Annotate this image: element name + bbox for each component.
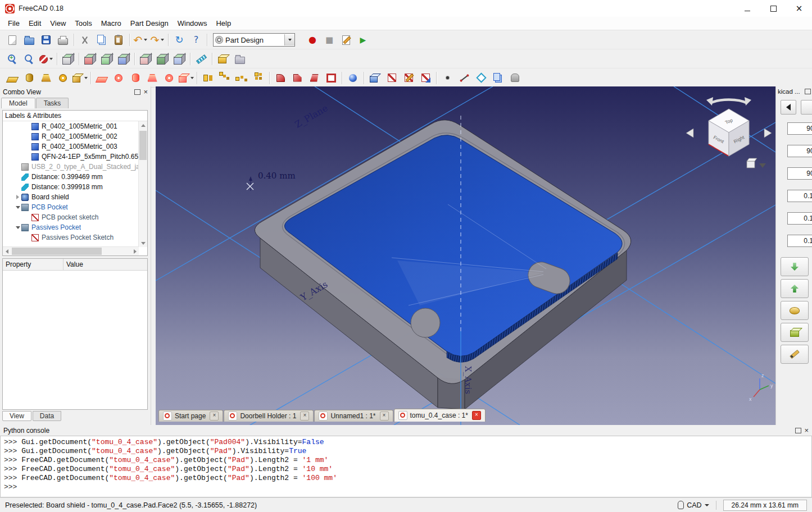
view-top-button[interactable] <box>99 52 115 66</box>
close-panel-icon[interactable]: × <box>143 88 148 95</box>
board-notch-cutout[interactable] <box>411 308 440 337</box>
tree-expander[interactable] <box>14 194 21 201</box>
scroll-down-arrow-icon[interactable] <box>139 239 147 247</box>
pad-button[interactable] <box>4 71 20 85</box>
create-sketch-button[interactable] <box>384 71 400 85</box>
python-console-body[interactable]: >>> Gui.getDocument("tomu_0_4_case").get… <box>0 436 812 497</box>
tree-expander[interactable] <box>14 224 21 231</box>
fit-all-button[interactable] <box>4 52 20 66</box>
new-document-button[interactable] <box>4 33 20 47</box>
document-tab[interactable]: Doorbell Holder : 1× <box>224 410 314 422</box>
tree-item[interactable]: Board shield <box>3 192 139 202</box>
redo-button[interactable]: ↷ <box>149 33 165 47</box>
minimize-button[interactable] <box>734 0 760 17</box>
scroll-up-arrow-icon[interactable] <box>139 121 147 130</box>
carbon-copy-button[interactable] <box>490 71 506 85</box>
print-button[interactable] <box>55 33 71 47</box>
float-panel-icon[interactable] <box>795 428 801 433</box>
scroll-left-arrow-icon[interactable] <box>3 247 11 255</box>
maximize-button[interactable] <box>760 0 786 17</box>
menu-windows[interactable]: Windows <box>173 17 212 30</box>
close-tab-button[interactable]: × <box>380 412 389 420</box>
viewport-area[interactable]: Z_Plane Y_Axis X_Axis 0.40 mm <box>156 86 775 425</box>
chamfer-button[interactable] <box>289 71 305 85</box>
external-geometry-button[interactable] <box>473 71 489 85</box>
view-rear-button[interactable] <box>138 52 153 66</box>
point-tool-button[interactable] <box>439 71 455 85</box>
update-board-button[interactable] <box>781 279 809 298</box>
undo-button[interactable]: ↶ <box>133 33 148 47</box>
menu-macro[interactable]: Macro <box>97 17 126 30</box>
macro-play-button[interactable]: ▶ <box>355 33 371 47</box>
tree-expander[interactable] <box>14 204 21 211</box>
draft-button[interactable] <box>306 71 322 85</box>
export-board-button[interactable] <box>781 323 809 342</box>
additive-loft-button[interactable] <box>38 71 54 85</box>
view-bottom-button[interactable] <box>155 52 170 66</box>
macro-record-button[interactable]: ● <box>305 33 320 47</box>
map-sketch-button[interactable] <box>418 71 433 85</box>
create-part-button[interactable] <box>215 52 231 66</box>
subtractive-loft-button[interactable] <box>144 71 160 85</box>
macro-edit-button[interactable] <box>338 33 354 47</box>
menu-help[interactable]: Help <box>211 17 235 30</box>
measure-distance-button[interactable] <box>193 52 209 66</box>
menu-file[interactable]: File <box>3 17 24 30</box>
groove-button[interactable] <box>128 71 143 85</box>
subtractive-pipe-button[interactable] <box>161 71 177 85</box>
tree-item[interactable]: PCB Pocket <box>3 202 139 212</box>
close-tab-button[interactable]: × <box>300 412 309 420</box>
tab-view[interactable]: View <box>2 411 31 421</box>
refresh-button[interactable]: ↻ <box>171 33 187 47</box>
material-button[interactable] <box>781 301 809 320</box>
close-tab-button[interactable]: × <box>210 412 219 420</box>
tree-item[interactable]: Distance: 0.399469 mm <box>3 172 139 182</box>
additive-primitive-button[interactable] <box>72 71 88 85</box>
save-button[interactable] <box>38 33 54 47</box>
cut-button[interactable] <box>77 33 93 47</box>
close-tab-button[interactable]: × <box>472 411 481 420</box>
multi-transform-button[interactable] <box>251 71 266 85</box>
tree-item[interactable]: R_0402_1005Metric_001 <box>3 121 139 131</box>
model-tree[interactable]: R_0402_1005Metric_001R_0402_1005Metric_0… <box>3 121 139 247</box>
combo-dropdown-arrow-icon[interactable] <box>284 34 294 45</box>
additive-pipe-button[interactable] <box>55 71 71 85</box>
draw-style-button[interactable] <box>38 52 54 66</box>
property-list[interactable] <box>3 271 147 409</box>
menu-part-design[interactable]: Part Design <box>126 17 173 30</box>
mirrored-button[interactable] <box>200 71 216 85</box>
whats-this-button[interactable]: ? <box>188 33 204 47</box>
edit-board-button[interactable] <box>781 345 809 364</box>
tab-tasks[interactable]: Tasks <box>36 98 69 108</box>
view-right-button[interactable] <box>116 52 131 66</box>
tab-data[interactable]: Data <box>33 411 61 421</box>
document-tab[interactable]: Start page× <box>158 410 223 422</box>
3d-viewport[interactable]: Z_Plane Y_Axis X_Axis 0.40 mm <box>156 86 775 425</box>
vertical-scrollbar-thumb[interactable] <box>139 131 147 160</box>
menu-edit[interactable]: Edit <box>24 17 46 30</box>
close-button[interactable]: × <box>786 0 812 17</box>
thickness-button[interactable] <box>323 71 339 85</box>
appearance-button[interactable] <box>507 71 523 85</box>
open-button[interactable] <box>21 33 37 47</box>
tree-item[interactable]: R_0402_1005Metric_002 <box>3 131 139 141</box>
copy-button[interactable] <box>94 33 110 47</box>
boolean-operation-button[interactable] <box>345 71 361 85</box>
mini-cube-icon[interactable] <box>747 161 755 168</box>
close-panel-icon[interactable]: × <box>804 427 809 434</box>
tree-vertical-scrollbar[interactable] <box>138 121 147 247</box>
navigation-style-selector[interactable]: CAD <box>678 501 709 509</box>
menu-tools[interactable]: Tools <box>70 17 96 30</box>
view-front-button[interactable] <box>82 52 98 66</box>
view-isometric-button[interactable] <box>60 52 76 66</box>
paste-button[interactable] <box>111 33 126 47</box>
scroll-right-arrow-icon[interactable] <box>130 247 139 255</box>
fillet-button[interactable] <box>273 71 288 85</box>
tree-item[interactable]: Passives Pocket Sketch <box>3 232 139 243</box>
tree-horizontal-scrollbar[interactable] <box>3 246 139 255</box>
tree-item[interactable]: QFN-24-1EP_5x5mm_Pitch0.65mm <box>3 152 139 162</box>
subtractive-primitive-button[interactable] <box>178 71 194 85</box>
fit-selection-button[interactable] <box>21 52 37 66</box>
line-tool-button[interactable] <box>456 71 472 85</box>
create-body-button[interactable] <box>367 71 383 85</box>
